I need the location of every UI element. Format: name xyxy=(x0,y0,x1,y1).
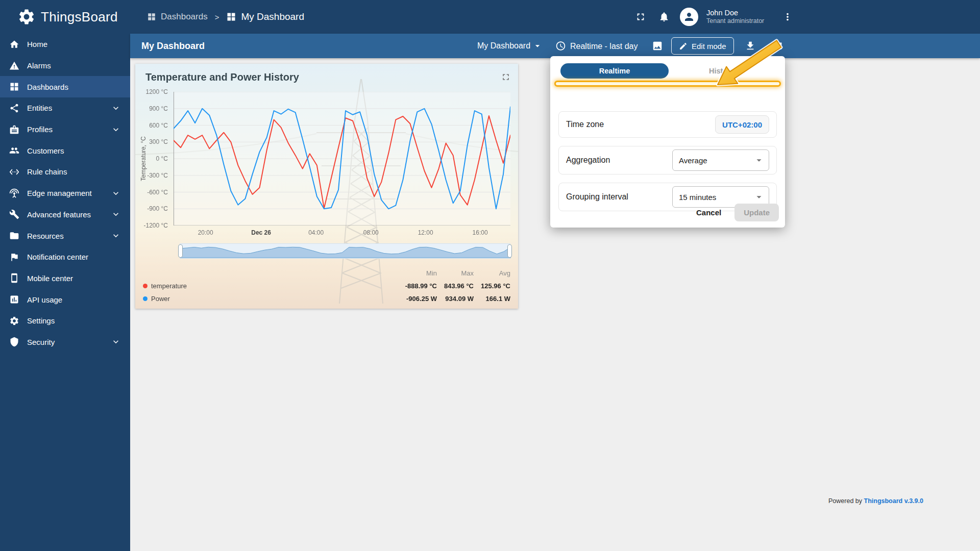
scrubber-left-handle[interactable] xyxy=(178,244,183,258)
sidebar-item-profiles[interactable]: Profiles xyxy=(0,119,130,140)
entities-icon xyxy=(9,103,19,113)
scrubber-right-handle[interactable] xyxy=(507,244,512,258)
more-menu-button[interactable] xyxy=(780,9,795,24)
y-tick-label: -900 °C xyxy=(147,205,168,212)
sidebar-item-dashboards[interactable]: Dashboards xyxy=(0,76,130,97)
profiles-icon xyxy=(9,124,19,135)
chart-widget: Temperature and Power History Temperatur… xyxy=(135,64,518,309)
sidebar-item-home[interactable]: Home xyxy=(0,34,130,55)
time-window-panel: Realtime History Time zone UTC+02:00 Agg… xyxy=(550,56,785,228)
sidebar-item-label: Entities xyxy=(27,104,52,112)
aggregation-select[interactable]: Average xyxy=(672,149,769,171)
sidebar-item-resources[interactable]: Resources xyxy=(0,225,130,246)
sidebar-item-label: Profiles xyxy=(27,125,53,134)
dashboard-select[interactable]: My Dashboard xyxy=(477,41,543,51)
y-tick-label: -1200 °C xyxy=(144,222,168,229)
legend-row[interactable]: temperature-888.99 °C843.96 °C125.96 °C xyxy=(143,280,510,292)
time-range-scrubber[interactable] xyxy=(180,243,510,259)
logo-gear-icon xyxy=(17,8,36,26)
breadcrumb-my-dashboard[interactable]: My Dashboard xyxy=(226,11,304,22)
fullscreen-icon xyxy=(773,40,784,52)
sidebar-item-label: Rule chains xyxy=(27,167,67,176)
sidebar-item-edge-management[interactable]: Edge management xyxy=(0,183,130,204)
chart-plot xyxy=(174,92,510,226)
edge-management-icon xyxy=(9,188,19,198)
sidebar-item-entities[interactable]: Entities xyxy=(0,97,130,119)
clock-icon xyxy=(555,41,566,52)
user-avatar[interactable] xyxy=(680,8,698,26)
caret-down-icon xyxy=(532,41,543,51)
y-tick-label: 300 °C xyxy=(149,138,168,145)
time-window-tabs: Realtime History xyxy=(550,56,785,79)
api-usage-icon xyxy=(9,294,19,305)
image-icon xyxy=(652,40,663,52)
caret-down-icon xyxy=(753,191,765,203)
time-zone-label: Time zone xyxy=(566,120,604,129)
time-window-button[interactable]: Realtime - last day xyxy=(555,41,638,52)
header-actions: John Doe Tenant administrator xyxy=(633,0,795,34)
sidebar-item-rule-chains[interactable]: Rule chains xyxy=(0,161,130,183)
download-button[interactable] xyxy=(743,38,758,54)
app-logo[interactable]: ThingsBoard xyxy=(17,0,118,34)
home-icon xyxy=(9,39,19,49)
notifications-button[interactable] xyxy=(656,9,672,24)
dashboard-grid-icon xyxy=(226,12,236,22)
aggregation-value: Average xyxy=(679,156,707,165)
advanced-features-icon xyxy=(9,209,19,219)
sidebar-item-api-usage[interactable]: API usage xyxy=(0,289,130,310)
time-zone-button[interactable]: UTC+02:00 xyxy=(715,115,769,134)
sidebar-item-label: Alarms xyxy=(27,61,51,70)
x-tick-label: 12:00 xyxy=(418,229,433,236)
chevron-down-icon xyxy=(111,124,121,135)
time-zone-row: Time zone UTC+02:00 xyxy=(558,111,777,138)
y-tick-label: 600 °C xyxy=(149,122,168,129)
scrubber-svg xyxy=(180,244,511,258)
version-link[interactable]: Thingsboard v.3.9.0 xyxy=(864,497,923,505)
x-tick-label: 16:00 xyxy=(473,229,488,236)
y-tick-label: 900 °C xyxy=(149,105,168,112)
sidebar-item-advanced-features[interactable]: Advanced features xyxy=(0,204,130,226)
y-tick-label: -600 °C xyxy=(147,189,168,196)
legend-row[interactable]: Power-906.25 W934.09 W166.1 W xyxy=(143,292,510,305)
sidebar-item-alarms[interactable]: Alarms xyxy=(0,55,130,77)
grouping-interval-value: 15 minutes xyxy=(679,193,716,202)
sidebar-nav: HomeAlarmsDashboardsEntitiesProfilesCust… xyxy=(0,34,130,551)
legend-table: MinMaxAvgtemperature-888.99 °C843.96 °C1… xyxy=(143,267,510,305)
widget-title-row: Temperature and Power History xyxy=(145,69,513,85)
breadcrumb-dashboards[interactable]: Dashboards xyxy=(147,12,208,22)
fullscreen-button[interactable] xyxy=(633,9,648,24)
dashboard-select-value: My Dashboard xyxy=(477,41,530,51)
security-icon xyxy=(9,337,19,347)
bell-icon xyxy=(658,11,670,22)
pencil-icon xyxy=(679,42,688,51)
breadcrumb-label: Dashboards xyxy=(161,12,208,22)
sidebar-item-label: Settings xyxy=(27,316,55,325)
chevron-down-icon xyxy=(111,337,121,347)
tab-history[interactable]: History xyxy=(669,63,775,79)
toolbar-fullscreen-button[interactable] xyxy=(771,38,786,54)
sidebar-item-label: Notification center xyxy=(27,253,88,261)
settings-icon xyxy=(9,316,19,326)
person-icon xyxy=(683,11,695,23)
tab-realtime[interactable]: Realtime xyxy=(560,63,669,79)
sidebar-item-notification-center[interactable]: Notification center xyxy=(0,246,130,268)
sidebar-item-customers[interactable]: Customers xyxy=(0,140,130,161)
fullscreen-icon xyxy=(635,11,646,22)
widget-expand-button[interactable] xyxy=(499,70,513,84)
update-button[interactable]: Update xyxy=(734,204,779,221)
x-tick-label: Dec 26 xyxy=(251,229,271,236)
powered-by: Powered by Thingsboard v.3.9.0 xyxy=(828,497,923,505)
sidebar-item-label: Advanced features xyxy=(27,210,91,219)
sidebar-item-label: Resources xyxy=(27,232,64,240)
legend-header-row: MinMaxAvg xyxy=(143,267,510,280)
cancel-button[interactable]: Cancel xyxy=(693,208,724,217)
sidebar-item-security[interactable]: Security xyxy=(0,332,130,353)
sidebar-item-mobile-center[interactable]: Mobile center xyxy=(0,268,130,289)
screenshot-button[interactable] xyxy=(650,38,665,54)
chevron-down-icon xyxy=(111,188,121,198)
sidebar-item-settings[interactable]: Settings xyxy=(0,310,130,332)
edit-mode-button[interactable]: Edit mode xyxy=(671,37,734,55)
mobile-center-icon xyxy=(9,273,19,283)
chart-plot-svg xyxy=(174,92,510,226)
annotation-highlight xyxy=(554,81,781,87)
